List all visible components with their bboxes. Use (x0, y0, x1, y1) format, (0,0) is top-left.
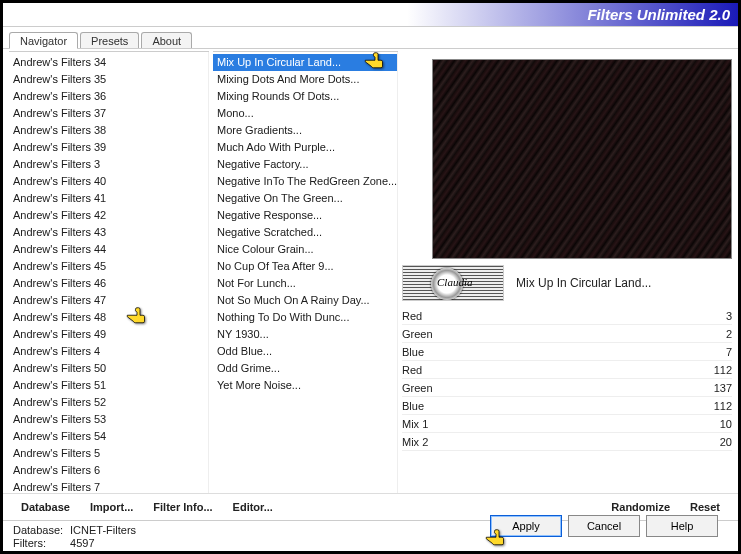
slider-row[interactable]: Mix 220 (402, 433, 732, 451)
tab-presets[interactable]: Presets (80, 32, 139, 48)
slider-label: Red (402, 310, 460, 322)
tab-about[interactable]: About (141, 32, 192, 48)
category-item[interactable]: Andrew's Filters 42 (9, 207, 208, 224)
import-button[interactable]: Import... (82, 498, 141, 516)
category-item[interactable]: Andrew's Filters 52 (9, 394, 208, 411)
category-item[interactable]: Andrew's Filters 4 (9, 343, 208, 360)
category-item[interactable]: Andrew's Filters 44 (9, 241, 208, 258)
filter-list[interactable]: Mix Up In Circular Land...Mixing Dots An… (213, 52, 398, 493)
category-item[interactable]: Andrew's Filters 50 (9, 360, 208, 377)
status-database-label: Database: (13, 524, 67, 537)
tab-strip: NavigatorPresetsAbout (3, 27, 738, 49)
category-item[interactable]: Andrew's Filters 6 (9, 462, 208, 479)
slider-track[interactable] (460, 310, 698, 322)
slider-track[interactable] (460, 382, 698, 394)
category-item[interactable]: Andrew's Filters 46 (9, 275, 208, 292)
filter-item[interactable]: Yet More Noise... (213, 377, 397, 394)
filter-item[interactable]: Much Ado With Purple... (213, 139, 397, 156)
tab-navigator[interactable]: Navigator (9, 32, 78, 49)
slider-label: Blue (402, 400, 460, 412)
filter-item[interactable]: Not So Much On A Rainy Day... (213, 292, 397, 309)
category-item[interactable]: Andrew's Filters 41 (9, 190, 208, 207)
filter-item[interactable]: Odd Blue... (213, 343, 397, 360)
slider-track[interactable] (460, 364, 698, 376)
logo-text: Claudia (437, 276, 472, 288)
category-item[interactable]: Andrew's Filters 47 (9, 292, 208, 309)
category-item[interactable]: Andrew's Filters 3 (9, 156, 208, 173)
filter-item[interactable]: Nothing To Do With Dunc... (213, 309, 397, 326)
app-title: Filters Unlimited 2.0 (587, 6, 730, 23)
slider-row[interactable]: Blue112 (402, 397, 732, 415)
apply-button[interactable]: Apply (490, 515, 562, 537)
dialog-buttons: Apply Cancel Help (480, 513, 728, 543)
filter-item[interactable]: Mixing Dots And More Dots... (213, 71, 397, 88)
slider-value: 112 (698, 364, 732, 376)
slider-label: Green (402, 328, 460, 340)
filter-item[interactable]: Negative On The Green... (213, 190, 397, 207)
slider-value: 112 (698, 400, 732, 412)
filter-info-button[interactable]: Filter Info... (145, 498, 220, 516)
slider-row[interactable]: Green2 (402, 325, 732, 343)
claudia-logo: Claudia (402, 265, 504, 301)
slider-label: Mix 1 (402, 418, 460, 430)
slider-track[interactable] (460, 346, 698, 358)
main-content: Andrew's Filters 34Andrew's Filters 35An… (3, 49, 738, 493)
slider-row[interactable]: Red112 (402, 361, 732, 379)
cancel-button[interactable]: Cancel (568, 515, 640, 537)
category-item[interactable]: Andrew's Filters 49 (9, 326, 208, 343)
category-item[interactable]: Andrew's Filters 51 (9, 377, 208, 394)
filter-item[interactable]: Nice Colour Grain... (213, 241, 397, 258)
category-item[interactable]: Andrew's Filters 7 (9, 479, 208, 493)
slider-row[interactable]: Red3 (402, 307, 732, 325)
category-item[interactable]: Andrew's Filters 5 (9, 445, 208, 462)
category-item[interactable]: Andrew's Filters 36 (9, 88, 208, 105)
filter-column: Mix Up In Circular Land...Mixing Dots An… (213, 51, 398, 493)
status-filters-label: Filters: (13, 537, 67, 550)
filter-item[interactable]: Mix Up In Circular Land... (213, 54, 397, 71)
filter-item[interactable]: Not For Lunch... (213, 275, 397, 292)
slider-track[interactable] (460, 418, 698, 430)
pointer-icon (125, 307, 149, 325)
category-item[interactable]: Andrew's Filters 35 (9, 71, 208, 88)
category-item[interactable]: Andrew's Filters 53 (9, 411, 208, 428)
database-button[interactable]: Database (13, 498, 78, 516)
filter-item[interactable]: Negative InTo The RedGreen Zone... (213, 173, 397, 190)
slider-value: 2 (698, 328, 732, 340)
filter-item[interactable]: Mono... (213, 105, 397, 122)
category-item[interactable]: Andrew's Filters 37 (9, 105, 208, 122)
slider-label: Blue (402, 346, 460, 358)
preview-title-row: Claudia Mix Up In Circular Land... (402, 265, 732, 301)
current-filter-name: Mix Up In Circular Land... (516, 276, 651, 290)
slider-row[interactable]: Blue7 (402, 343, 732, 361)
category-item[interactable]: Andrew's Filters 54 (9, 428, 208, 445)
slider-track[interactable] (460, 328, 698, 340)
filters-unlimited-window: Filters Unlimited 2.0 NavigatorPresetsAb… (0, 0, 741, 554)
category-item[interactable]: Andrew's Filters 40 (9, 173, 208, 190)
category-item[interactable]: Andrew's Filters 34 (9, 54, 208, 71)
category-item[interactable]: Andrew's Filters 45 (9, 258, 208, 275)
category-item[interactable]: Andrew's Filters 48 (9, 309, 208, 326)
filter-item[interactable]: NY 1930... (213, 326, 397, 343)
filter-item[interactable]: Odd Grime... (213, 360, 397, 377)
filter-item[interactable]: More Gradients... (213, 122, 397, 139)
slider-track[interactable] (460, 400, 698, 412)
status-database-value: ICNET-Filters (70, 524, 136, 536)
filter-item[interactable]: No Cup Of Tea After 9... (213, 258, 397, 275)
category-list[interactable]: Andrew's Filters 34Andrew's Filters 35An… (9, 52, 209, 493)
slider-label: Red (402, 364, 460, 376)
filter-item[interactable]: Mixing Rounds Of Dots... (213, 88, 397, 105)
slider-track[interactable] (460, 436, 698, 448)
filter-item[interactable]: Negative Factory... (213, 156, 397, 173)
slider-row[interactable]: Mix 110 (402, 415, 732, 433)
status-filters-value: 4597 (70, 537, 94, 549)
slider-row[interactable]: Green137 (402, 379, 732, 397)
help-button[interactable]: Help (646, 515, 718, 537)
filter-item[interactable]: Negative Scratched... (213, 224, 397, 241)
filter-item[interactable]: Negative Response... (213, 207, 397, 224)
category-item[interactable]: Andrew's Filters 43 (9, 224, 208, 241)
slider-value: 7 (698, 346, 732, 358)
category-item[interactable]: Andrew's Filters 39 (9, 139, 208, 156)
category-item[interactable]: Andrew's Filters 38 (9, 122, 208, 139)
editor-button[interactable]: Editor... (225, 498, 281, 516)
slider-value: 20 (698, 436, 732, 448)
